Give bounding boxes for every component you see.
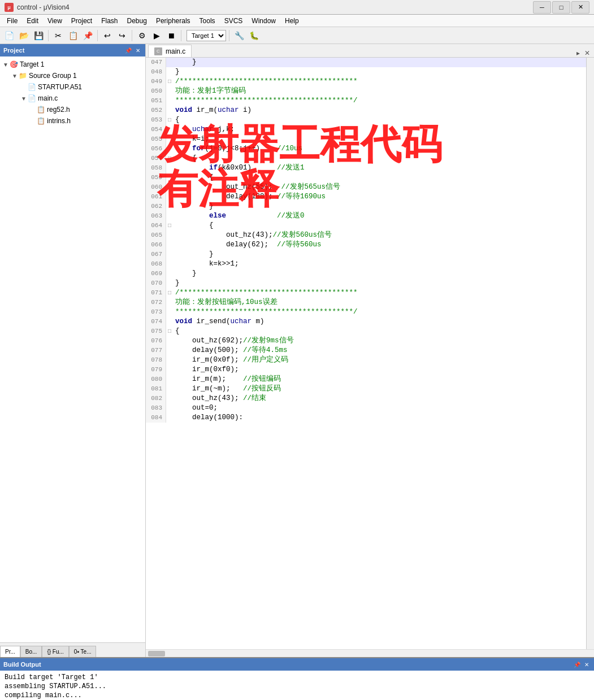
code-line-066: 066 delay(62); //等待560us [146, 240, 586, 250]
menu-peripherals[interactable]: Peripherals [151, 16, 195, 26]
menu-edit[interactable]: Edit [22, 16, 43, 26]
tb-undo-button[interactable]: ↩ [101, 29, 114, 42]
code-line-053: 053 □ { [146, 115, 586, 125]
build-content: Build target 'Target 1' assembling START… [0, 671, 594, 700]
tb-sep-3 [132, 30, 132, 41]
code-line-074: 074 void ir_send(uchar m) [146, 317, 586, 327]
tree-item-sourcegroup[interactable]: ▼ 📁 Source Group 1 [0, 70, 145, 81]
panel-tab-books[interactable]: Bo... [20, 646, 42, 657]
tb-sep-4 [181, 30, 181, 41]
menu-view[interactable]: View [43, 16, 67, 26]
build-line-3: compiling main.c... [5, 691, 589, 700]
editor-tab-mainc[interactable]: C main.c [148, 45, 192, 57]
panel-close-button[interactable]: ✕ [134, 46, 142, 54]
tree-item-startup[interactable]: 📄 STARTUP.A51 [0, 81, 145, 93]
code-line-071: 071 □ /*********************************… [146, 288, 586, 298]
tb-copy-button[interactable]: 📋 [66, 29, 80, 42]
code-line-069: 069 } [146, 269, 586, 279]
minimize-button[interactable]: ─ [533, 1, 551, 14]
code-line-050: 050 功能：发射1字节编码 [146, 86, 586, 96]
tree-label-mainc: main.c [38, 94, 58, 102]
tb-load-button[interactable]: ▶ [150, 29, 163, 42]
menu-project[interactable]: Project [67, 16, 97, 26]
tree-arrow-mainc: ▼ [20, 95, 27, 102]
code-line-068: 068 k=k>>1; [146, 259, 586, 269]
menu-flash[interactable]: Flash [97, 16, 122, 26]
build-line-2: assembling STARTUP.A51... [5, 682, 589, 691]
code-line-048: 048 } [146, 67, 586, 77]
target-dropdown: Target 1 [187, 30, 226, 41]
editor-close-button[interactable]: ✕ [583, 49, 592, 57]
menu-tools[interactable]: Tools [195, 16, 220, 26]
tb-settings-button[interactable]: 🔧 [232, 29, 246, 42]
project-panel-header: Project 📌 ✕ [0, 44, 145, 56]
toolbar: 📄 📂 💾 ✂ 📋 📌 ↩ ↪ ⚙ ▶ ⏹ Target 1 🔧 🐛 [0, 27, 594, 44]
code-line-055: 055 k=i; [146, 134, 586, 144]
code-line-070: 070 } [146, 279, 586, 288]
tree-arrow-sourcegroup: ▼ [11, 73, 18, 79]
tree-arrow-intrins [29, 118, 36, 124]
code-line-077: 077 delay(500); //等待4.5ms [146, 346, 586, 355]
panel-tab-templates[interactable]: 0▪ Te... [69, 646, 97, 657]
code-line-079: 079 ir_m(0xf0); [146, 365, 586, 375]
tb-stop-button[interactable]: ⏹ [164, 29, 178, 42]
tree-item-reg52[interactable]: 📋 reg52.h [0, 104, 145, 115]
tb-debug-button[interactable]: 🐛 [247, 29, 261, 42]
main-area: Project 📌 ✕ ▼ 🎯 Target 1 ▼ 📁 Source Grou… [0, 44, 594, 657]
build-output-panel: Build Output 📌 ✕ Build target 'Target 1'… [0, 657, 594, 700]
code-line-047: 047 } [146, 58, 586, 67]
tb-paste-button[interactable]: 📌 [81, 29, 94, 42]
code-line-056: 056 for(j=0;j<8;j++) //10us [146, 144, 586, 154]
tree-icon-startup: 📄 [27, 82, 36, 92]
tree-item-intrins[interactable]: 📋 intrins.h [0, 115, 145, 127]
code-line-075: 075 □ { [146, 327, 586, 336]
code-line-064: 064 □ { [146, 221, 586, 231]
panel-header-controls: 📌 ✕ [124, 46, 142, 54]
panel-tab-project[interactable]: Pr... [0, 646, 20, 657]
tb-build-button[interactable]: ⚙ [135, 29, 149, 42]
tb-cut-button[interactable]: ✂ [51, 29, 65, 42]
tree-label-sourcegroup: Source Group 1 [29, 72, 77, 80]
tb-sep-2 [97, 30, 98, 41]
maximize-button[interactable]: □ [552, 1, 570, 14]
editor-tab-label: main.c [166, 47, 185, 55]
tree-item-mainc[interactable]: ▼ 📄 main.c [0, 93, 145, 104]
tree-icon-intrins: 📋 [36, 116, 45, 125]
code-container[interactable]: 发射器工程代码 有注释 047 } 048 } 049 □ /****** [146, 58, 586, 649]
panel-pin-button[interactable]: 📌 [124, 46, 132, 54]
close-button[interactable]: ✕ [571, 1, 589, 14]
tree-arrow-reg52 [29, 107, 36, 113]
tree-arrow-startup [20, 84, 27, 90]
editor-scrollbar[interactable] [586, 58, 594, 649]
tb-sep-5 [229, 30, 229, 41]
build-pin-button[interactable]: 📌 [573, 660, 581, 668]
tb-new-button[interactable]: 📄 [2, 29, 16, 42]
menu-svcs[interactable]: SVCS [220, 16, 248, 26]
code-line-072: 072 功能：发射按钮编码,10us误差 [146, 298, 586, 307]
tree-label-reg52: reg52.h [47, 106, 70, 114]
tree-item-target1[interactable]: ▼ 🎯 Target 1 [0, 59, 145, 70]
title-bar: μ control - μVision4 ─ □ ✕ [0, 0, 594, 15]
code-line-065: 065 out_hz(43);//发射560us信号 [146, 231, 586, 240]
tb-redo-button[interactable]: ↪ [115, 29, 129, 42]
editor-pin-button[interactable]: ▸ [575, 49, 582, 57]
panel-tab-functions[interactable]: {} Fu... [42, 646, 68, 657]
menu-file[interactable]: File [2, 16, 22, 26]
tree-label-intrins: intrins.h [47, 117, 71, 125]
code-line-083: 083 out=0; [146, 403, 586, 413]
target-select[interactable]: Target 1 [187, 30, 226, 41]
editor-controls: ▸ ✕ [575, 49, 594, 57]
editor-tabs: C main.c ▸ ✕ [146, 44, 594, 58]
menu-help[interactable]: Help [280, 16, 303, 26]
project-panel: Project 📌 ✕ ▼ 🎯 Target 1 ▼ 📁 Source Grou… [0, 44, 146, 657]
menu-window[interactable]: Window [247, 16, 280, 26]
h-scrollbar[interactable] [146, 649, 594, 657]
tree-label-startup: STARTUP.A51 [38, 83, 82, 91]
title-bar-controls: ─ □ ✕ [533, 1, 589, 14]
tb-save-button[interactable]: 💾 [32, 29, 45, 42]
build-close-button[interactable]: ✕ [583, 660, 591, 668]
code-line-073: 073 ************************************… [146, 307, 586, 317]
tb-open-button[interactable]: 📂 [17, 29, 31, 42]
menu-debug[interactable]: Debug [123, 16, 151, 26]
h-scroll-thumb [148, 651, 165, 656]
